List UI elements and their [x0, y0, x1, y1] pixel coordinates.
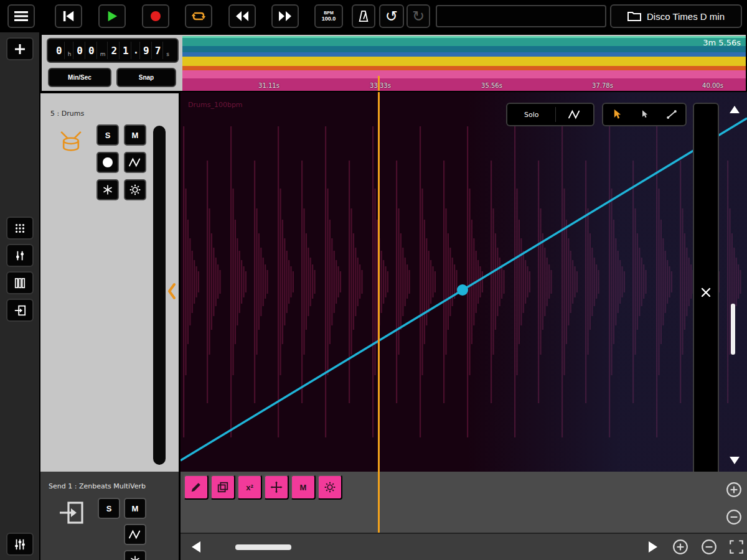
fast-forward-icon	[277, 10, 293, 22]
duplicate-tool-button[interactable]	[210, 475, 235, 500]
record-button[interactable]	[142, 4, 169, 28]
export-button[interactable]	[6, 299, 34, 322]
overview-stripe	[182, 66, 746, 70]
automation-wave-icon	[128, 157, 142, 168]
mixer-button[interactable]	[6, 271, 34, 294]
instruments-button[interactable]	[6, 244, 34, 267]
redo-button[interactable]: ↻	[406, 4, 430, 28]
ruler-panel: 0 h 0 0 m 2 1 . 9 7 s Min/Sec Snap 3m 5.…	[40, 34, 747, 92]
mixer-icon	[14, 277, 26, 289]
line-tool-icon	[665, 108, 678, 121]
horizontal-scrollbar-thumb[interactable]	[235, 544, 291, 550]
panel-collapse-handle[interactable]	[165, 281, 179, 301]
automation-lane-panel: x² M	[181, 472, 747, 560]
automation-view-toggle[interactable]	[556, 104, 593, 125]
track-volume-fader[interactable]	[153, 126, 166, 465]
rewind-icon	[234, 10, 250, 22]
horizontal-scroll-row	[181, 533, 747, 560]
solo-label: Solo	[524, 111, 539, 119]
undo-button[interactable]: ↺	[379, 4, 404, 28]
play-button[interactable]	[98, 4, 126, 28]
timeline-zoom-out-button[interactable]	[701, 539, 717, 555]
track-solo-button[interactable]: S	[96, 124, 119, 146]
project-button[interactable]: Disco Times D min	[610, 4, 742, 28]
close-icon	[701, 287, 711, 297]
metronome-button[interactable]	[352, 4, 375, 28]
add-track-button[interactable]	[6, 37, 34, 60]
zenbeats-app: BPM 100.0 ↺ ↻ Disco Times D min	[0, 0, 747, 560]
square-tool-button[interactable]: x²	[237, 475, 262, 500]
transport-display	[436, 5, 606, 27]
time-decimal-point: .	[133, 42, 140, 59]
lane-settings-button[interactable]	[317, 475, 342, 500]
solo-toggle[interactable]: Solo	[507, 104, 555, 125]
apps-grid-icon	[14, 222, 26, 235]
send-header-panel: Send 1 : Zenbeats MultiVerb S M	[40, 472, 179, 560]
cursor-arrow-icon	[611, 108, 623, 121]
fast-forward-button[interactable]	[271, 4, 299, 28]
undo-icon: ↺	[385, 7, 398, 25]
time-seconds-unit: s	[164, 42, 171, 59]
loop-button[interactable]	[185, 4, 212, 28]
time-minutes-unit: m	[98, 42, 108, 59]
ruler-tick: 31.11s	[258, 82, 280, 89]
snap-button[interactable]: Snap	[116, 68, 176, 87]
track-settings-button[interactable]	[124, 179, 146, 200]
arrangement-clip-area[interactable]: Drums_100bpm Solo	[181, 92, 747, 472]
skip-to-start-icon	[62, 10, 75, 22]
time-minutes-ones: 0	[87, 42, 97, 59]
send-automation-button[interactable]	[124, 524, 146, 545]
send-solo-button[interactable]: S	[98, 498, 120, 519]
move-cross-icon	[270, 481, 283, 493]
lane-zoom-out-button[interactable]	[726, 509, 742, 525]
close-overlay-button[interactable]	[693, 103, 719, 472]
fit-zoom-button[interactable]	[728, 539, 745, 555]
track-automation-button[interactable]	[124, 152, 146, 173]
snowflake-icon	[129, 554, 141, 560]
rewind-button[interactable]	[228, 4, 256, 28]
faders-icon	[14, 538, 26, 551]
arrow-into-box-icon	[14, 304, 26, 317]
automation-point[interactable]	[457, 284, 468, 296]
ruler-tick: 37.78s	[592, 82, 613, 89]
scroll-right-arrow[interactable]	[649, 541, 657, 553]
scroll-down-arrow[interactable]	[730, 457, 740, 464]
wand-tool[interactable]	[631, 104, 658, 125]
scroll-up-arrow[interactable]	[730, 106, 740, 113]
redo-icon: ↻	[412, 7, 425, 25]
automation-wave-icon	[128, 529, 142, 540]
hamburger-icon	[14, 11, 28, 22]
send-mute-button[interactable]: M	[124, 498, 146, 519]
timeline-overview[interactable]: 3m 5.56s 31.11s 33.33s 35.56s 37.78s 40.…	[182, 36, 746, 91]
overview-stripe	[182, 70, 746, 78]
skip-to-start-button[interactable]	[55, 4, 82, 28]
menu-button[interactable]	[7, 4, 35, 28]
lane-zoom-in-button[interactable]	[726, 482, 742, 498]
track-arm-button[interactable]	[96, 152, 119, 173]
bpm-value: 100.0	[322, 16, 336, 22]
scroll-left-arrow[interactable]	[192, 541, 200, 553]
vertical-scrollbar-thumb[interactable]	[731, 304, 735, 355]
song-duration: 3m 5.56s	[703, 38, 741, 47]
overview-stripe	[182, 52, 746, 57]
bpm-button[interactable]: BPM 100.0	[314, 4, 343, 28]
left-rail	[0, 32, 40, 560]
draw-tool-button[interactable]	[184, 475, 209, 500]
mute-tool-button[interactable]: M	[291, 475, 316, 500]
move-tool-button[interactable]	[264, 475, 289, 500]
overview-stripe	[182, 38, 746, 46]
pointer-tool[interactable]	[603, 104, 631, 125]
time-mode-button[interactable]: Min/Sec	[48, 68, 111, 87]
track-mute-button[interactable]: M	[124, 124, 146, 146]
line-tool[interactable]	[658, 104, 685, 125]
duplicate-icon	[217, 481, 229, 493]
send-routing-icon[interactable]	[57, 499, 85, 526]
track-freeze-button[interactable]	[96, 179, 119, 200]
sends-faders-button[interactable]	[6, 533, 34, 556]
browser-button[interactable]	[6, 217, 34, 240]
playhead-marker[interactable]	[378, 76, 380, 91]
send-freeze-button[interactable]	[124, 550, 146, 560]
timeline-zoom-in-button[interactable]	[672, 539, 688, 555]
gear-icon	[324, 481, 336, 493]
metronome-icon	[357, 9, 370, 23]
